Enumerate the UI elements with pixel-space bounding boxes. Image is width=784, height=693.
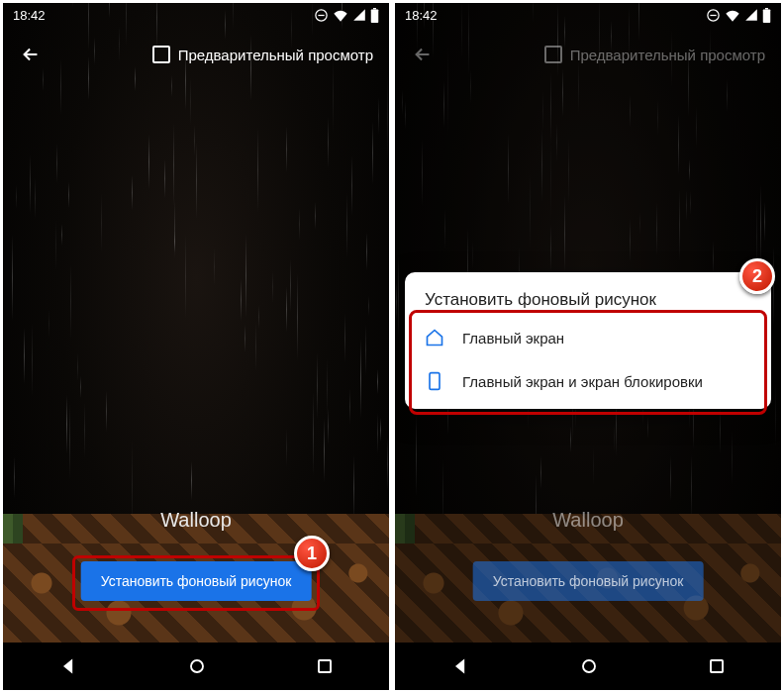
annotation-badge-1: 1 xyxy=(294,536,330,571)
app-title: Walloop xyxy=(395,509,781,532)
set-wallpaper-button: Установить фоновый рисунок xyxy=(473,561,704,601)
battery-icon xyxy=(370,8,379,23)
back-button[interactable] xyxy=(11,35,50,74)
wifi-icon xyxy=(333,8,348,22)
nav-bar xyxy=(3,643,389,690)
svg-rect-5 xyxy=(319,660,331,672)
svg-rect-9 xyxy=(765,8,768,10)
nav-recent-icon[interactable] xyxy=(708,657,726,675)
svg-rect-8 xyxy=(763,9,771,23)
app-bar: Предварительный просмотр xyxy=(3,27,389,82)
wifi-icon xyxy=(725,8,740,22)
back-button[interactable] xyxy=(403,35,442,74)
lock-screen-icon xyxy=(425,371,444,391)
annotation-badge-2: 2 xyxy=(739,258,775,294)
svg-point-11 xyxy=(583,660,595,672)
svg-rect-2 xyxy=(371,9,379,23)
preview-label: Предварительный просмотр xyxy=(570,47,765,63)
dialog-option-home[interactable]: Главный экран xyxy=(405,316,771,359)
preview-toggle[interactable]: Предварительный просмотр xyxy=(152,46,381,63)
status-icons xyxy=(314,8,379,23)
set-wallpaper-button[interactable]: Установить фоновый рисунок xyxy=(81,561,312,601)
status-time: 18:42 xyxy=(13,8,46,23)
phone-screen-right: 18:42 Предварительный просмотр Walloop У… xyxy=(395,3,781,690)
status-icons xyxy=(706,8,771,23)
nav-bar xyxy=(395,643,781,690)
app-title: Walloop xyxy=(3,509,389,532)
signal-icon xyxy=(352,8,366,22)
phone-screen-left: 18:42 Предварительный просмотр Walloop У… xyxy=(3,3,389,690)
dnd-icon xyxy=(706,8,721,23)
svg-rect-12 xyxy=(711,660,723,672)
home-screen-icon xyxy=(425,328,444,347)
status-bar: 18:42 xyxy=(3,3,389,27)
battery-icon xyxy=(762,8,771,23)
dnd-icon xyxy=(314,8,329,23)
app-bar: Предварительный просмотр xyxy=(395,27,781,82)
dialog-option-both[interactable]: Главный экран и экран блокировки xyxy=(405,359,771,403)
back-arrow-icon xyxy=(20,44,42,65)
nav-home-icon[interactable] xyxy=(580,657,598,675)
svg-point-4 xyxy=(191,660,203,672)
nav-home-icon[interactable] xyxy=(188,657,206,675)
nav-recent-icon[interactable] xyxy=(316,657,334,675)
status-bar: 18:42 xyxy=(395,3,781,27)
dialog-option-label: Главный экран xyxy=(462,330,564,346)
checkbox-icon xyxy=(544,46,562,63)
dialog-title: Установить фоновый рисунок xyxy=(405,290,771,316)
nav-back-icon[interactable] xyxy=(58,656,78,676)
checkbox-icon xyxy=(152,46,170,63)
svg-rect-10 xyxy=(430,373,440,390)
back-arrow-icon xyxy=(412,44,434,65)
status-time: 18:42 xyxy=(405,8,438,23)
preview-toggle[interactable]: Предварительный просмотр xyxy=(544,46,773,63)
svg-rect-3 xyxy=(373,8,376,10)
set-wallpaper-dialog: Установить фоновый рисунок Главный экран… xyxy=(405,272,771,409)
nav-back-icon[interactable] xyxy=(450,656,470,676)
preview-label: Предварительный просмотр xyxy=(178,47,373,63)
dialog-option-label: Главный экран и экран блокировки xyxy=(462,373,703,390)
signal-icon xyxy=(744,8,758,22)
